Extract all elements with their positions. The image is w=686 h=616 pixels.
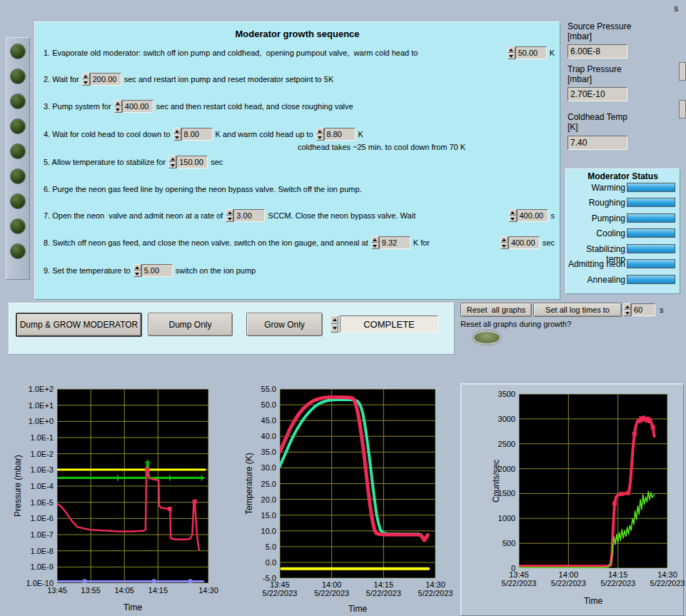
status-title: Moderator Status — [566, 171, 680, 181]
led-indicator-6 — [10, 168, 26, 184]
spinner-arrows[interactable] — [173, 128, 181, 141]
xtick-date: 5/22/2023 — [309, 589, 355, 598]
step-7-value-1[interactable]: 3.00 — [233, 209, 265, 222]
decrement-arrow-icon[interactable] — [168, 162, 176, 168]
step-4-input-cooldown[interactable]: 8.00 — [173, 128, 213, 141]
spinner-arrows[interactable] — [371, 236, 379, 249]
step-8-value-1[interactable]: 9.32 — [379, 236, 410, 249]
step-3-text: 3. Pump system for — [44, 102, 111, 111]
decrement-arrow-icon[interactable] — [82, 79, 90, 86]
clipped-edge-control-1[interactable] — [679, 62, 686, 81]
step-7-input-wait[interactable]: 400.00 — [509, 209, 548, 222]
spinner-arrows[interactable] — [500, 236, 508, 249]
decrement-arrow-icon[interactable] — [500, 243, 508, 249]
spinner-arrows[interactable] — [226, 209, 233, 222]
decrement-arrow-icon[interactable] — [114, 106, 122, 113]
increment-arrow-icon[interactable] — [316, 128, 324, 134]
spinner-arrows[interactable] — [508, 46, 515, 59]
spinner-arrows[interactable] — [623, 303, 631, 316]
increment-arrow-icon[interactable] — [114, 100, 122, 106]
step-2-text: 2. Wait for — [44, 75, 79, 84]
step-9-input[interactable]: 5.00 — [133, 264, 173, 277]
led-indicator-7 — [10, 193, 26, 209]
increment-arrow-icon[interactable] — [623, 303, 631, 310]
step-4-value-1[interactable]: 8.00 — [181, 128, 213, 141]
trap-pressure-label: Trap Pressure [mbar] — [568, 64, 622, 84]
increment-arrow-icon[interactable] — [168, 156, 176, 162]
step-7-input-rate[interactable]: 3.00 — [226, 209, 265, 222]
decrement-arrow-icon[interactable] — [331, 324, 338, 333]
step-5: 5. Allow temperature to stabilize for 15… — [44, 155, 555, 169]
step-3-input[interactable]: 400.00 — [114, 100, 153, 113]
ytick-label: 1.0E+1 — [7, 401, 54, 410]
xtick-date: 5/22/2023 — [257, 589, 303, 598]
decrement-arrow-icon[interactable] — [509, 216, 517, 222]
xtick-label: 14:30 — [186, 586, 231, 595]
increment-arrow-icon[interactable] — [500, 236, 508, 243]
step-1-value[interactable]: 50.00 — [515, 46, 547, 59]
decrement-arrow-icon[interactable] — [508, 53, 515, 59]
step-1-text: 1. Evaporate old moderator: switch off i… — [44, 49, 418, 57]
clipped-edge-control-2[interactable] — [679, 100, 686, 118]
increment-arrow-icon[interactable] — [371, 236, 379, 243]
step-4-value-2[interactable]: 8.80 — [324, 128, 355, 141]
step-7-text: 7. Open the neon valve and admit neon at… — [44, 211, 223, 220]
increment-arrow-icon[interactable] — [173, 128, 181, 134]
step-1-input[interactable]: 50.00 — [508, 46, 547, 59]
decrement-arrow-icon[interactable] — [133, 271, 141, 277]
decrement-arrow-icon[interactable] — [316, 134, 324, 141]
step-4-input-warmup[interactable]: 8.80 — [316, 128, 355, 141]
grow-only-button[interactable]: Grow Only — [246, 313, 323, 336]
step-4: 4. Wait for cold head to cool down to 8.… — [44, 127, 555, 141]
ytick-label: 1000 — [461, 514, 515, 523]
pressure-chart: Pressure (mbar) Time 1.0E+21.0E+11.0E+01… — [7, 384, 221, 615]
increment-arrow-icon[interactable] — [509, 209, 517, 216]
step-2-value[interactable]: 200.00 — [90, 73, 121, 86]
dump-and-grow-button[interactable]: Dump & GROW MODERATOR — [16, 313, 142, 337]
step-2-input[interactable]: 200.00 — [82, 73, 121, 86]
increment-arrow-icon[interactable] — [82, 73, 90, 79]
step-5-value[interactable]: 150.00 — [176, 156, 208, 168]
ytick-label: 1.0E-7 — [7, 530, 54, 540]
decrement-arrow-icon[interactable] — [371, 243, 379, 249]
step-8-input-time[interactable]: 400.00 — [500, 236, 540, 249]
spinner-arrows[interactable] — [509, 209, 517, 222]
increment-arrow-icon[interactable] — [226, 209, 233, 216]
step-8-value-2[interactable]: 400.00 — [508, 236, 540, 249]
reset-all-graphs-button[interactable]: Reset all graphs — [460, 303, 532, 317]
status-bar-cooling — [627, 228, 675, 238]
step-9-value[interactable]: 5.00 — [141, 264, 173, 277]
decrement-arrow-icon[interactable] — [226, 216, 233, 222]
step-8-input-anneal[interactable]: 9.32 — [371, 236, 410, 249]
ytick-label: 1.0E-6 — [7, 514, 54, 523]
decrement-arrow-icon[interactable] — [623, 310, 631, 316]
increment-arrow-icon[interactable] — [133, 264, 141, 271]
sequence-title: Moderator growth sequence — [35, 29, 560, 39]
state-ring-spinner[interactable] — [331, 315, 338, 333]
step-5-input[interactable]: 150.00 — [168, 156, 208, 168]
decrement-arrow-icon[interactable] — [173, 134, 181, 141]
log-time-input[interactable]: 60 — [623, 303, 655, 316]
status-label-pumping: Pumping — [566, 213, 625, 223]
moderator-sequence-panel: Moderator growth sequence 1. Evaporate o… — [34, 21, 560, 300]
increment-arrow-icon[interactable] — [331, 315, 338, 324]
spinner-arrows[interactable] — [316, 128, 324, 141]
increment-arrow-icon[interactable] — [508, 46, 515, 53]
reset-during-growth-toggle[interactable] — [473, 330, 501, 345]
ytick-label: 1.0E-9 — [7, 562, 54, 572]
set-log-times-button[interactable]: Set all log times to — [533, 303, 622, 317]
xtick-date: 5/22/2023 — [360, 589, 406, 598]
step-4-note: coldhead takes ~25 min. to cool down fro… — [298, 143, 465, 151]
xtick-date: 5/22/2023 — [645, 579, 686, 588]
step-3-value[interactable]: 400.00 — [122, 100, 153, 113]
log-time-value[interactable]: 60 — [631, 303, 655, 316]
ytick-label: 2000 — [461, 465, 515, 474]
step-7-value-2[interactable]: 400.00 — [517, 209, 548, 222]
spinner-arrows[interactable] — [114, 100, 122, 113]
spinner-arrows[interactable] — [168, 156, 176, 168]
dump-only-button[interactable]: Dump Only — [148, 313, 233, 336]
spinner-arrows[interactable] — [82, 73, 90, 86]
sequence-state-display[interactable]: COMPLETE — [340, 315, 438, 333]
spinner-arrows[interactable] — [133, 264, 141, 277]
led-indicator-8 — [10, 218, 26, 234]
